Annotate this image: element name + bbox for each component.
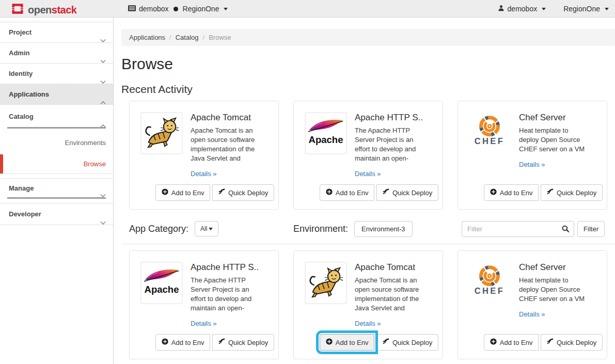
card-actions: Add to Env Quick Deploy bbox=[469, 184, 615, 201]
quick-deploy-button[interactable]: Quick Deploy bbox=[541, 334, 603, 351]
quick-deploy-button[interactable]: Quick Deploy bbox=[376, 334, 438, 351]
add-to-env-button[interactable]: Add to Env bbox=[484, 184, 539, 201]
add-to-env-label: Add to Env bbox=[171, 339, 204, 346]
app-card: Apache Apache HTTP S.. The Apache HTTP S… bbox=[129, 250, 279, 359]
add-to-env-button[interactable]: Add to Env bbox=[155, 334, 211, 351]
environment-label: Environment: bbox=[293, 224, 348, 234]
horizon-browse-page: openstack demobox RegionOne bbox=[0, 0, 615, 364]
add-to-env-button[interactable]: Add to Env bbox=[320, 334, 375, 351]
project-list-icon bbox=[128, 5, 136, 13]
quick-deploy-label: Quick Deploy bbox=[228, 339, 268, 346]
recent-activity-heading: Recent Activity bbox=[121, 83, 615, 96]
add-to-env-button[interactable]: Add to Env bbox=[320, 184, 375, 201]
filter-button[interactable]: Filter bbox=[577, 221, 605, 237]
app-category-value: All bbox=[200, 225, 207, 232]
current-project-label: demobox bbox=[139, 5, 169, 13]
details-link[interactable]: Details » bbox=[355, 320, 381, 327]
page-title: Browse bbox=[121, 55, 615, 73]
chevron-down-icon bbox=[100, 212, 106, 234]
quick-deploy-label: Quick Deploy bbox=[557, 189, 596, 197]
catalog-cards-row: Apache Apache HTTP S.. The Apache HTTP S… bbox=[129, 250, 615, 359]
details-link[interactable]: Details » bbox=[191, 320, 217, 327]
rocket-icon bbox=[547, 338, 554, 346]
quick-deploy-button[interactable]: Quick Deploy bbox=[212, 334, 274, 351]
apache-logo: Apache bbox=[305, 113, 346, 154]
sidebar-item-browse[interactable]: Browse bbox=[0, 154, 113, 174]
add-to-env-button[interactable]: Add to Env bbox=[484, 334, 539, 351]
sidebar-item-label: Identity bbox=[9, 70, 33, 77]
region-menu-label: RegionOne bbox=[563, 5, 600, 13]
tomcat-logo bbox=[141, 113, 182, 154]
plus-circle-icon bbox=[162, 188, 168, 197]
sidebar-group-label: Developer bbox=[9, 210, 41, 218]
chevron-down-icon bbox=[100, 186, 106, 205]
sidebar-item-label: Environments bbox=[65, 139, 106, 147]
sidebar-group-developer[interactable]: Developer bbox=[0, 203, 113, 225]
card-top: CHEF Chef Server Heat template to deploy… bbox=[469, 113, 600, 169]
search-icon bbox=[562, 225, 570, 235]
svg-text:CHEF: CHEF bbox=[475, 136, 505, 146]
quick-deploy-label: Quick Deploy bbox=[392, 339, 432, 346]
sidebar-item-admin[interactable]: Admin bbox=[0, 43, 113, 64]
details-link[interactable]: Details » bbox=[355, 170, 381, 178]
breadcrumb-current: Browse bbox=[209, 34, 231, 41]
sidebar: Project Admin Identity Applications Cata… bbox=[0, 18, 114, 364]
quick-deploy-button[interactable]: Quick Deploy bbox=[212, 184, 274, 201]
quick-deploy-label: Quick Deploy bbox=[392, 189, 432, 197]
card-top: CHEF Chef Server Heat template to deploy… bbox=[469, 262, 600, 319]
environment-segment: Environment: Environment-3 bbox=[293, 221, 443, 237]
quick-deploy-label: Quick Deploy bbox=[557, 339, 596, 346]
quick-deploy-button[interactable]: Quick Deploy bbox=[376, 184, 438, 201]
add-to-env-button[interactable]: Add to Env bbox=[155, 184, 211, 201]
app-category-dropdown[interactable]: All bbox=[195, 221, 218, 236]
app-description: The Apache HTTP Server Project is an eff… bbox=[191, 276, 271, 313]
openstack-cube-icon bbox=[11, 2, 24, 17]
svg-text:Apache: Apache bbox=[145, 284, 179, 295]
app-card: Apache Apache HTTP S.. The Apache HTTP S… bbox=[293, 101, 443, 210]
topbar-right-menus: demobox RegionOne bbox=[498, 0, 609, 18]
app-title: Chef Server bbox=[519, 262, 600, 273]
openstack-wordmark: openstack bbox=[28, 3, 76, 17]
app-description: Heat template to deploy Open Source CHEF… bbox=[519, 126, 600, 154]
project-region-switcher[interactable]: demobox RegionOne bbox=[128, 0, 228, 18]
card-actions: Add to Env Quick Deploy bbox=[140, 184, 289, 201]
app-description: Apache Tomcat is an open source software… bbox=[355, 276, 435, 313]
card-top: Apache Apache HTTP S.. The Apache HTTP S… bbox=[305, 113, 435, 178]
breadcrumb: Applications/Catalog/Browse bbox=[121, 29, 615, 46]
plus-circle-icon bbox=[162, 338, 168, 346]
environment-button[interactable]: Environment-3 bbox=[354, 221, 413, 237]
card-text: Apache Tomcat Apache Tomcat is an open s… bbox=[355, 262, 435, 328]
details-link[interactable]: Details » bbox=[519, 310, 545, 318]
chef-logo: CHEF bbox=[469, 113, 511, 154]
add-to-env-label: Add to Env bbox=[336, 339, 369, 346]
sidebar-gap bbox=[0, 174, 113, 179]
details-link[interactable]: Details » bbox=[519, 161, 545, 168]
sidebar-item-identity[interactable]: Identity bbox=[0, 64, 113, 84]
quick-deploy-button[interactable]: Quick Deploy bbox=[541, 184, 603, 201]
environment-value: Environment-3 bbox=[361, 225, 405, 233]
current-region-label: RegionOne bbox=[183, 5, 219, 13]
sidebar-group-catalog[interactable]: Catalog bbox=[0, 105, 113, 127]
app-description: The Apache HTTP Server Project is an eff… bbox=[355, 126, 435, 163]
sidebar-group-label: Manage bbox=[9, 184, 34, 192]
breadcrumb-applications[interactable]: Applications bbox=[129, 34, 165, 41]
details-link[interactable]: Details » bbox=[191, 170, 217, 178]
breadcrumb-catalog[interactable]: Catalog bbox=[176, 34, 199, 41]
svg-text:Apache: Apache bbox=[309, 134, 343, 145]
sidebar-item-applications[interactable]: Applications bbox=[0, 84, 113, 105]
sidebar-group-manage[interactable]: Manage bbox=[0, 179, 113, 197]
search-segment: Filter bbox=[458, 221, 607, 237]
sidebar-item-environments[interactable]: Environments bbox=[0, 129, 113, 154]
caret-down-icon bbox=[605, 8, 609, 10]
filter-search-input[interactable] bbox=[462, 221, 574, 237]
openstack-logo[interactable]: openstack bbox=[11, 2, 76, 17]
user-menu[interactable]: demobox bbox=[498, 5, 546, 13]
content-divider bbox=[121, 244, 615, 244]
app-category-segment: App Category: All bbox=[129, 221, 279, 236]
sidebar-item-label: Browse bbox=[84, 160, 106, 168]
caret-down-icon bbox=[209, 228, 213, 230]
app-description: Heat template to deploy Open Source CHEF… bbox=[519, 276, 600, 304]
region-menu[interactable]: RegionOne bbox=[563, 5, 609, 13]
caret-down-icon bbox=[542, 8, 546, 10]
sidebar-item-project[interactable]: Project bbox=[0, 22, 113, 43]
